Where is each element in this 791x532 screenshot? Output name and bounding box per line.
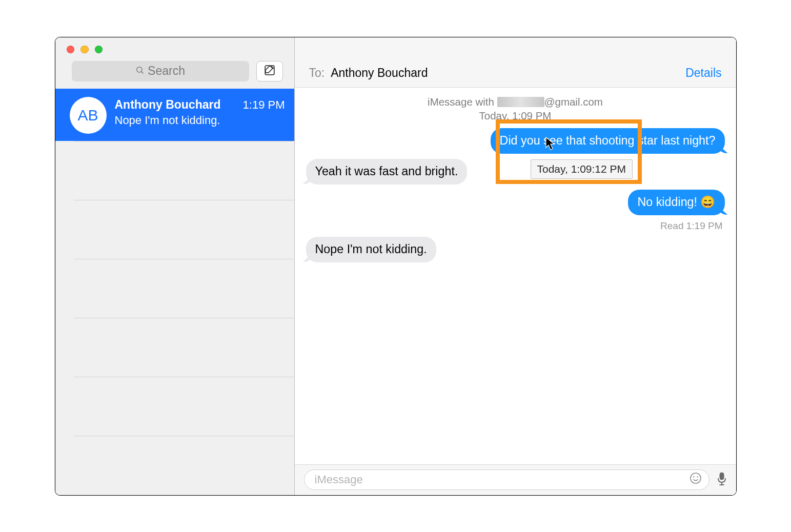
read-receipt: Read 1:19 PM — [306, 220, 725, 232]
sent-message-bubble[interactable]: No kidding! 😄 — [628, 190, 724, 215]
thread-meta-prefix: iMessage with — [428, 96, 497, 108]
svg-point-5 — [693, 477, 694, 477]
received-message-bubble[interactable]: Nope I'm not kidding. — [306, 237, 436, 262]
conversation-list: AB Anthony Bouchard 1:19 PM Nope I'm not… — [55, 89, 294, 495]
message-input-placeholder: iMessage — [315, 473, 363, 486]
emoji-picker-icon[interactable] — [689, 472, 702, 487]
empty-conversation-rows — [55, 141, 294, 495]
svg-point-6 — [697, 477, 698, 477]
sidebar: Search AB Anthony Bouchard 1: — [55, 37, 295, 495]
thread-meta-email-suffix: @gmail.com — [544, 96, 603, 108]
message-text: No kidding! 😄 — [637, 195, 715, 209]
conversation-body: Anthony Bouchard 1:19 PM Nope I'm not ki… — [115, 96, 285, 127]
compose-bar: iMessage — [295, 464, 736, 495]
timestamp-tooltip: Today, 1:09:12 PM — [531, 159, 633, 179]
microphone-icon[interactable] — [717, 472, 727, 488]
conversation-name: Anthony Bouchard — [115, 98, 221, 112]
svg-point-0 — [137, 67, 142, 72]
thread: iMessage with @gmail.com Today, 1:09 PM … — [295, 88, 736, 464]
message-text: Yeah it was fast and bright. — [315, 165, 458, 178]
message-row: Yeah it was fast and bright. — [306, 159, 725, 185]
minimize-window-button[interactable] — [80, 46, 89, 54]
to-label: To: — [309, 66, 325, 80]
svg-point-4 — [691, 473, 701, 483]
svg-rect-7 — [720, 473, 724, 480]
conversation-item[interactable]: AB Anthony Bouchard 1:19 PM Nope I'm not… — [55, 89, 294, 141]
details-button[interactable]: Details — [685, 66, 721, 80]
svg-rect-2 — [265, 66, 274, 75]
compose-icon — [263, 64, 276, 78]
to-name: Anthony Bouchard — [331, 66, 428, 80]
thread-header: To: Anthony Bouchard Details — [295, 37, 736, 88]
window-traffic-lights — [55, 37, 294, 58]
tooltip-text: Today, 1:09:12 PM — [537, 163, 626, 175]
thread-meta: iMessage with @gmail.com Today, 1:09 PM — [306, 95, 725, 123]
avatar-initials: AB — [77, 107, 98, 124]
maximize-window-button[interactable] — [95, 46, 103, 54]
message-row: Nope I'm not kidding. — [306, 237, 725, 262]
message-row: Did you see that shooting star last nigh… — [306, 128, 725, 154]
message-row: No kidding! 😄 — [306, 190, 725, 215]
sidebar-toolbar: Search — [55, 58, 294, 89]
compose-button[interactable] — [256, 61, 283, 81]
close-window-button[interactable] — [67, 46, 75, 54]
conversation-time: 1:19 PM — [243, 98, 285, 112]
message-input[interactable]: iMessage — [304, 469, 709, 490]
svg-line-1 — [141, 71, 144, 73]
conversation-preview: Nope I'm not kidding. — [115, 114, 285, 127]
cursor-icon — [545, 137, 556, 151]
received-message-bubble[interactable]: Yeah it was fast and bright. — [306, 159, 468, 185]
avatar: AB — [70, 97, 107, 134]
redacted-email-user — [497, 97, 544, 107]
messages-window: Search AB Anthony Bouchard 1: — [55, 37, 737, 496]
content-pane: To: Anthony Bouchard Details iMessage wi… — [295, 37, 736, 495]
message-text: Nope I'm not kidding. — [315, 242, 427, 256]
message-text: Did you see that shooting star last nigh… — [500, 134, 716, 147]
search-input[interactable]: Search — [72, 61, 249, 81]
sent-message-bubble[interactable]: Did you see that shooting star last nigh… — [491, 128, 725, 154]
thread-meta-date: Today, 1:09 PM — [306, 109, 725, 123]
search-icon — [135, 64, 145, 78]
search-placeholder: Search — [148, 64, 185, 78]
